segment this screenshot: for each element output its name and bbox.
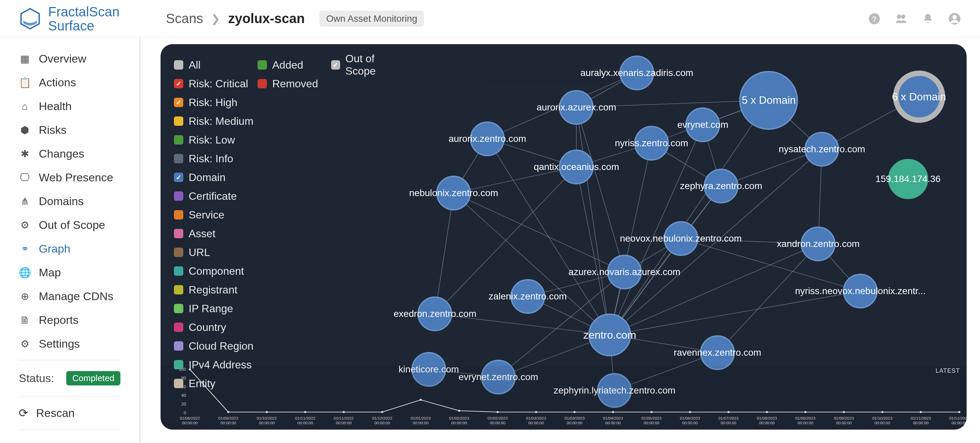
graph-node[interactable]: evrynet.com xyxy=(685,107,720,142)
legend-registrant[interactable]: Registrant xyxy=(174,280,258,299)
graph-legend: AllAdded✓Out of Scope✓Risk: CriticalRemo… xyxy=(174,56,405,393)
legend-ipv4-address[interactable]: IPv4 Address xyxy=(174,355,258,374)
svg-line-22 xyxy=(576,107,610,335)
brand-text: FractalScan Surface xyxy=(48,5,119,33)
svg-point-78 xyxy=(843,411,845,413)
graph-node[interactable]: aurorix.zentro.com xyxy=(470,121,505,156)
node-label: evrynet.com xyxy=(677,120,729,130)
sidebar-item-label: Reports xyxy=(39,314,79,327)
svg-line-17 xyxy=(576,167,610,335)
graph-node[interactable]: exedron.zentro.com xyxy=(417,296,452,331)
legend-component[interactable]: Component xyxy=(174,261,258,280)
svg-text:00:00:00: 00:00:00 xyxy=(490,421,505,425)
graph-node[interactable]: nysatech.zentro.com xyxy=(804,132,839,167)
graph-node[interactable]: 159.184.174.36 xyxy=(888,159,928,199)
legend-service[interactable]: Service xyxy=(174,206,258,224)
legend-all[interactable]: All xyxy=(174,56,258,74)
svg-point-79 xyxy=(881,411,884,413)
sidebar-item-map[interactable]: 🌐Map xyxy=(0,261,139,284)
brand[interactable]: FractalScan Surface xyxy=(19,5,166,33)
svg-point-70 xyxy=(535,411,538,413)
legend-label: Certificate xyxy=(189,190,237,202)
sidebar-item-manage-cdns[interactable]: ⊕Manage CDNs xyxy=(0,284,139,308)
legend-risk-medium[interactable]: Risk: Medium xyxy=(174,112,258,131)
svg-point-6 xyxy=(953,15,957,19)
graph-node[interactable]: ravennex.zentro.com xyxy=(700,335,735,370)
legend-entity[interactable]: Entity xyxy=(174,374,258,393)
svg-text:00:00:00: 00:00:00 xyxy=(566,421,582,425)
sidebar-item-actions[interactable]: 📋Actions xyxy=(0,71,139,94)
node-label: zephyra.zentro.com xyxy=(680,181,762,191)
graph-node[interactable]: qantix.oceanius.com xyxy=(559,150,594,184)
sidebar-item-web-presence[interactable]: 🖵Web Presence xyxy=(0,166,139,190)
graph-node[interactable]: zephyra.zentro.com xyxy=(704,169,738,204)
bell-icon[interactable] xyxy=(921,12,934,25)
legend-cloud-region[interactable]: Cloud Region xyxy=(174,336,258,355)
sidebar-item-out-of-scope[interactable]: ⚙Out of Scope xyxy=(0,213,139,237)
sidebar-item-overview[interactable]: ▦Overview xyxy=(0,47,139,71)
legend-asset[interactable]: Asset xyxy=(174,224,258,243)
sidebar-item-reports[interactable]: 🗎Reports xyxy=(0,308,139,332)
svg-text:00:00:00: 00:00:00 xyxy=(336,421,352,425)
brand-hex-icon xyxy=(19,7,41,30)
legend-removed[interactable]: Removed xyxy=(258,74,331,93)
grid-icon: ▦ xyxy=(19,53,31,65)
graph-node[interactable]: nebulonix.zentro.com xyxy=(436,176,471,210)
rescan-button[interactable]: ⟳Rescan xyxy=(0,401,139,425)
graph-node[interactable]: azurex.novaris.azurex.com xyxy=(607,255,642,289)
legend-added[interactable]: Added xyxy=(258,56,331,74)
node-label: aurorix.azurex.com xyxy=(536,102,616,113)
svg-text:01/08/2023: 01/08/2023 xyxy=(795,416,815,420)
crumb-current[interactable]: zyolux-scan xyxy=(228,11,305,26)
svg-point-65 xyxy=(342,411,345,413)
svg-text:?: ? xyxy=(872,14,877,23)
graph-node[interactable]: nyriss.neovox.nebulonix.zentr... xyxy=(843,274,878,309)
svg-line-44 xyxy=(435,193,453,314)
refresh-icon: ⟳ xyxy=(19,406,28,419)
main-content: AllAdded✓Out of Scope✓Risk: CriticalRemo… xyxy=(140,37,980,443)
svg-text:00:00:00: 00:00:00 xyxy=(451,421,467,425)
sitemap-icon: ⋔ xyxy=(19,195,31,207)
color-swatch xyxy=(174,341,183,351)
svg-point-72 xyxy=(612,411,614,413)
svg-text:00:00:00: 00:00:00 xyxy=(951,421,967,425)
graph-node[interactable]: zalenix.zentro.com xyxy=(511,279,545,314)
crumb-root[interactable]: Scans xyxy=(166,11,203,26)
sidebar-item-changes[interactable]: ✱Changes xyxy=(0,142,139,166)
sidebar-item-settings[interactable]: ⚙Settings xyxy=(0,332,139,356)
sidebar-item-label: Map xyxy=(39,266,61,279)
graph-node[interactable]: 6 x Domain xyxy=(893,71,945,123)
sidebar-item-health[interactable]: ⌂Health xyxy=(0,94,139,118)
legend-certificate[interactable]: Certificate xyxy=(174,187,258,206)
graph-node[interactable]: neovox.nebulonix.zentro.com xyxy=(663,221,698,256)
sidebar-item-domains[interactable]: ⋔Domains xyxy=(0,190,139,213)
legend-url[interactable]: URL xyxy=(174,243,258,261)
help-icon[interactable]: ? xyxy=(868,12,881,25)
svg-point-69 xyxy=(497,411,499,413)
graph-node[interactable]: 5 x Domain xyxy=(739,71,798,130)
legend-risk-critical[interactable]: ✓Risk: Critical xyxy=(174,74,258,93)
legend-label: Out of Scope xyxy=(345,53,405,77)
legend-ip-range[interactable]: IP Range xyxy=(174,299,258,318)
svg-line-19 xyxy=(610,244,818,335)
graph-node[interactable]: zentro.com xyxy=(588,314,631,356)
svg-point-68 xyxy=(458,410,461,412)
topbar-actions: ? xyxy=(868,12,961,25)
legend-risk-low[interactable]: Risk: Low xyxy=(174,131,258,149)
users-icon[interactable] xyxy=(894,12,908,25)
sidebar-item-graph[interactable]: ⚭Graph xyxy=(0,237,139,261)
sidebar-item-risks[interactable]: ⬢Risks xyxy=(0,118,139,142)
graph-node[interactable]: aurorix.azurex.com xyxy=(559,90,594,125)
user-avatar-icon[interactable] xyxy=(948,12,961,25)
legend-country[interactable]: Country xyxy=(174,318,258,336)
clipboard-icon: 📋 xyxy=(19,76,31,89)
graph-node[interactable]: nyriss.zentro.com xyxy=(634,126,669,161)
node-label: ravennex.zentro.com xyxy=(674,347,761,358)
legend-out-of-scope[interactable]: ✓Out of Scope xyxy=(331,56,405,74)
legend-risk-info[interactable]: Risk: Info xyxy=(174,149,258,168)
graph-node[interactable]: auralyx.xenaris.zadiris.com xyxy=(619,56,654,90)
legend-risk-high[interactable]: ✓Risk: High xyxy=(174,93,258,112)
graph-icon: ⚭ xyxy=(19,243,31,255)
graph-node[interactable]: xandron.zentro.com xyxy=(801,226,835,261)
legend-domain[interactable]: ✓Domain xyxy=(174,168,258,187)
